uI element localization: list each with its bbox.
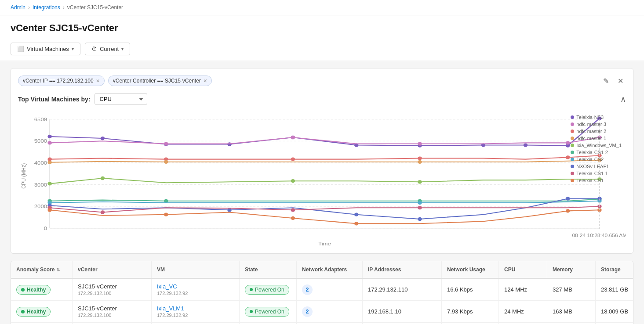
td-vm-0: Ixia_VC 172.29.132.92 [152, 279, 240, 300]
th-anomaly-score: Anomaly Score ⇅ [11, 261, 73, 278]
svg-point-62 [291, 208, 295, 212]
svg-point-32 [47, 157, 52, 161]
chevron-down-icon: ▾ [72, 47, 74, 51]
virtual-machines-label: Virtual Machines [27, 46, 69, 52]
status-powered-0: Powered On [245, 285, 289, 295]
legend-label: Teleixia-CS1 [576, 178, 604, 183]
svg-point-55 [227, 208, 232, 212]
td-state-0: Powered On [240, 279, 297, 300]
filter-controller-remove[interactable]: × [204, 78, 207, 84]
memory-1: 163 MB [553, 308, 572, 315]
vm-link-0[interactable]: Ixia_VC [157, 283, 188, 290]
chart-area: 6509 5000 4000 3000 2000 0 CPU (MHz) [18, 110, 626, 246]
legend-label: Ixia_Windows_VM_1 [576, 143, 622, 148]
legend-item: Teleixia-CS2 [571, 157, 622, 162]
td-storage-1: 18.009 GB [596, 301, 633, 322]
th-network-adapters: Network Adapters [297, 261, 363, 278]
svg-text:Time: Time [318, 241, 331, 246]
collapse-chart-button[interactable]: ∧ [620, 94, 626, 104]
svg-point-66 [164, 213, 168, 216]
svg-point-30 [566, 141, 570, 144]
svg-point-43 [101, 176, 105, 180]
virtual-machines-button[interactable]: ⬜ Virtual Machines ▾ [11, 43, 80, 55]
breadcrumb-integrations[interactable]: Integrations [33, 4, 60, 11]
legend-dot [571, 158, 574, 161]
td-network-usage-0: 16.6 Kbps [442, 279, 499, 300]
cpu-0: 124 MHz [504, 286, 527, 293]
badge-healthy-0: Healthy [16, 285, 51, 295]
td-anomaly-score-1: Healthy [11, 301, 73, 322]
chart-svg: 6509 5000 4000 3000 2000 0 CPU (MHz) [18, 110, 626, 246]
svg-point-35 [418, 156, 422, 160]
svg-point-63 [418, 206, 422, 209]
legend-item: Teleixia-CS1 [571, 178, 622, 183]
svg-point-57 [418, 217, 422, 221]
svg-point-16 [101, 137, 105, 140]
th-memory: Memory [547, 261, 596, 278]
chart-title: Top Virtual Machines by: CPU Memory Stor… [18, 93, 147, 105]
vm-ip-1: 172.29.132.92 [157, 313, 188, 318]
vm-ip-0: 172.29.132.92 [157, 291, 188, 296]
edit-filter-button[interactable]: ✎ [600, 76, 611, 86]
legend-dot [571, 144, 574, 147]
chevron-down-icon-2: ▾ [121, 47, 124, 51]
svg-point-56 [354, 213, 359, 216]
td-storage-0: 23.811 GB [596, 279, 633, 300]
breadcrumb-admin[interactable]: Admin [11, 4, 25, 11]
svg-point-29 [418, 142, 422, 145]
filter-tag-controller: vCenter Controller == SJC15-vCenter × [108, 76, 212, 86]
td-network-adapters-0: 2 [297, 279, 363, 300]
sort-icon-anomaly[interactable]: ⇅ [56, 267, 60, 272]
svg-point-28 [291, 136, 295, 139]
legend-item: Teleixia-NS3 [571, 115, 622, 120]
legend-item: ndfc-master-3 [571, 122, 622, 127]
td-vcenter-0: SJC15-vCenter 172.29.132.100 [73, 279, 152, 300]
filter-controller-label: vCenter Controller == SJC15-vCenter [113, 78, 201, 84]
svg-point-34 [291, 157, 295, 161]
filter-ip-label: vCenter IP == 172.29.132.100 [23, 78, 94, 84]
legend-dot [571, 165, 574, 168]
storage-1: 18.009 GB [601, 308, 628, 315]
td-memory-0: 327 MB [547, 279, 596, 300]
legend-label: ndfc-master-1 [576, 136, 606, 141]
th-ip-addresses: IP Addresses [363, 261, 442, 278]
svg-point-26 [47, 141, 52, 144]
network-usage-1: 7.93 Kbps [447, 308, 473, 315]
current-button[interactable]: ⏱ Current ▾ [85, 43, 130, 55]
chart-legend: Teleixia-NS3ndfc-master-3ndfc-master-2nd… [571, 115, 622, 183]
svg-text:2000: 2000 [34, 204, 47, 209]
page-title: vCenter SJC15-vCenter [11, 22, 633, 34]
network-usage-0: 16.6 Kbps [447, 286, 473, 293]
td-vcenter-1: SJC15-vCenter 172.29.132.100 [73, 301, 152, 322]
svg-point-67 [291, 216, 295, 220]
td-vm-1: Ixia_VLM1 172.29.132.92 [152, 301, 240, 322]
vcenter-name-0: SJC15-vCenter [78, 283, 117, 290]
legend-dot [571, 179, 574, 182]
network-adapters-badge-1[interactable]: 2 [302, 306, 313, 317]
legend-dot [571, 130, 574, 133]
th-vm: VM [152, 261, 240, 278]
badge-dot-1 [21, 310, 25, 313]
svg-point-44 [291, 179, 295, 183]
legend-label: ndfc-master-2 [576, 129, 606, 134]
filter-ip-remove[interactable]: × [96, 78, 100, 84]
memory-0: 327 MB [553, 286, 572, 293]
table-header: Anomaly Score ⇅ vCenter VM State Network… [11, 261, 633, 279]
legend-item: Teleixia-CS1-1 [571, 171, 622, 176]
metric-select[interactable]: CPU Memory Storage Network [95, 93, 147, 105]
td-ip-addresses-0: 172.29.132.110 [363, 279, 442, 300]
svg-text:6509: 6509 [34, 117, 47, 122]
svg-text:4000: 4000 [34, 160, 47, 166]
svg-point-38 [47, 161, 52, 164]
svg-point-48 [164, 199, 168, 203]
network-adapters-badge-0[interactable]: 2 [302, 284, 313, 295]
close-filter-button[interactable]: ✕ [615, 76, 626, 86]
legend-label: Teleixia-CS2 [576, 157, 604, 162]
legend-item: Teleixia-CS1-2 [571, 150, 622, 155]
svg-text:5000: 5000 [34, 138, 47, 144]
vm-link-1[interactable]: Ixia_VLM1 [157, 305, 188, 312]
svg-point-39 [164, 160, 168, 164]
td-network-usage-1: 7.93 Kbps [442, 301, 499, 322]
th-storage: Storage [596, 261, 633, 278]
th-cpu: CPU [499, 261, 547, 278]
